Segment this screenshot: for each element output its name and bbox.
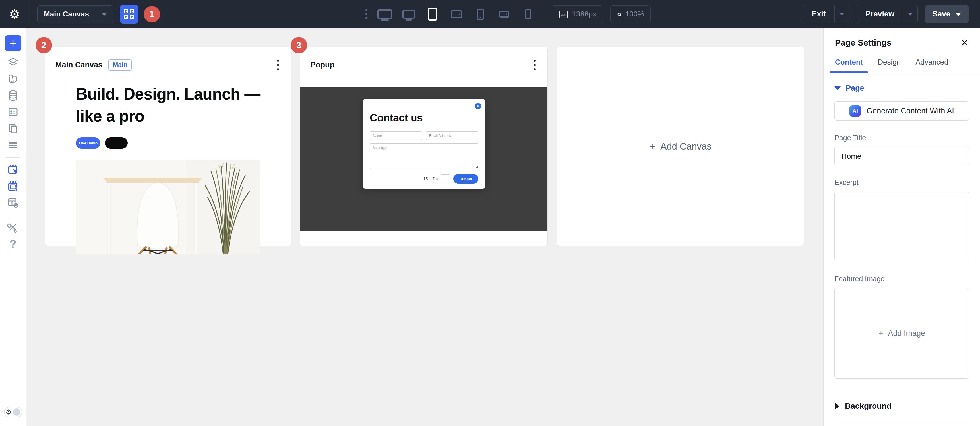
form-card-icon (7, 106, 19, 118)
add-canvas-label: Add Canvas (660, 141, 711, 152)
popup-builder-button[interactable] (5, 178, 21, 194)
tools-icon (7, 221, 19, 234)
message-field[interactable] (370, 143, 478, 169)
contact-modal: ✕ Contact us 15 + 7 = Submit (363, 99, 485, 189)
grid-icon (124, 9, 134, 19)
chevron-right-icon (835, 403, 839, 410)
canvas-workspace: 2 Main Canvas Main Build. Design. Launch… (26, 28, 823, 426)
secondary-dark-button[interactable] (105, 137, 128, 149)
pages-icon (7, 122, 19, 135)
device-tablet-landscape-button[interactable] (448, 5, 465, 24)
database-icon (7, 90, 19, 102)
builder-settings-button[interactable]: ⚙ (0, 0, 29, 28)
live-demo-button[interactable]: Live Demo (76, 137, 100, 149)
excerpt-textarea[interactable] (834, 192, 969, 261)
desktop-large-icon (377, 10, 392, 19)
zoom-control[interactable]: ⌕ 100% (610, 5, 651, 23)
canvas-options-menu-button[interactable] (532, 58, 537, 72)
page-title-label: Page Title (834, 134, 969, 142)
excerpt-label: Excerpt (834, 178, 969, 186)
canvas-width-control[interactable]: |↔| 1388px (552, 5, 603, 23)
page-settings-panel: Page Settings ✕ Content Design Advanced … (823, 28, 980, 426)
device-desktop-large-button[interactable] (377, 5, 393, 24)
header-cursor-icon (7, 164, 19, 176)
layout-gear-icon (7, 197, 19, 209)
panel-close-button[interactable]: ✕ (961, 38, 969, 48)
hero-heading: Build. Design. Launch — like a pro (76, 83, 264, 127)
zoom-value: 100% (625, 10, 644, 19)
chevron-down-icon (834, 86, 841, 91)
chevron-down-icon (839, 13, 844, 16)
pages-button[interactable] (5, 120, 21, 137)
chevron-down-icon (101, 13, 107, 16)
save-button[interactable]: Save (925, 5, 969, 23)
exit-dropdown-button[interactable] (834, 5, 849, 23)
page-section-toggle[interactable]: Page (834, 84, 969, 93)
add-canvas-card[interactable]: + Add Canvas (557, 47, 804, 246)
layers-button[interactable] (5, 54, 21, 71)
device-phone-landscape-button[interactable] (496, 5, 512, 24)
device-phone-portrait-button[interactable] (472, 5, 488, 24)
main-canvas-tag: Main (108, 59, 132, 70)
forms-button[interactable] (5, 104, 21, 120)
contact-modal-title: Contact us (370, 112, 478, 124)
plus-icon: + (649, 141, 655, 152)
plus-icon: + (10, 38, 16, 49)
exit-button[interactable]: Exit (803, 5, 834, 23)
preview-split-button: Preview (857, 5, 918, 23)
background-section-toggle[interactable]: Background (834, 391, 969, 421)
chevron-down-icon (908, 13, 913, 16)
captcha-answer-field[interactable] (441, 174, 450, 183)
device-desktop-button[interactable] (401, 5, 417, 24)
tools-button[interactable] (5, 219, 21, 236)
email-field[interactable] (426, 131, 478, 140)
design-library-button[interactable] (5, 71, 21, 87)
ai-button-label: Generate Content With AI (867, 106, 954, 116)
canvas-selector-dropdown[interactable]: Main Canvas (37, 5, 113, 23)
chevron-down-icon (956, 13, 961, 16)
gear-icon: ⚙ (9, 8, 20, 21)
width-arrows-icon: |↔| (558, 10, 568, 19)
tab-advanced[interactable]: Advanced (915, 58, 948, 73)
popup-canvas-card[interactable]: 3 Popup ✕ Contact us 15 + 7 = Submit (300, 47, 548, 246)
panel-title: Page Settings (835, 38, 891, 48)
featured-image-dropzone[interactable]: + Add Image (834, 288, 969, 378)
device-tablet-portrait-button[interactable] (424, 5, 441, 24)
canvas-selector-value: Main Canvas (44, 10, 89, 19)
breakpoint-options-icon[interactable] (366, 9, 368, 19)
left-icon-rail: + ? ⚙ (0, 28, 26, 426)
modal-close-button[interactable]: ✕ (475, 103, 481, 109)
device-phone-small-button[interactable] (520, 5, 536, 24)
plus-icon: + (878, 329, 884, 338)
popup-cursor-icon (7, 180, 19, 192)
background-section-label: Background (845, 402, 891, 411)
add-element-button[interactable]: + (5, 35, 21, 51)
editor-mode-toggle[interactable]: ⚙ (4, 407, 22, 418)
preview-button[interactable]: Preview (857, 5, 903, 23)
page-title-input[interactable] (834, 147, 969, 165)
save-button-label: Save (932, 10, 950, 19)
preview-dropdown-button[interactable] (903, 5, 918, 23)
phone-landscape-icon (499, 11, 509, 17)
header-builder-button[interactable] (5, 162, 21, 178)
main-canvas-card[interactable]: 2 Main Canvas Main Build. Design. Launch… (45, 47, 291, 246)
canvas-card-title: Popup (310, 60, 334, 69)
canvas-options-menu-button[interactable] (275, 58, 281, 72)
canvas-card-title: Main Canvas (56, 60, 102, 69)
help-button[interactable]: ? (5, 236, 21, 252)
submit-button[interactable]: Submit (453, 174, 478, 184)
tab-content[interactable]: Content (835, 58, 863, 73)
tutorial-step-badge-2: 2 (35, 37, 52, 54)
name-field[interactable] (370, 131, 422, 140)
generate-content-ai-button[interactable]: AI Generate Content With AI (834, 101, 969, 121)
structure-button[interactable] (5, 137, 21, 153)
hero-image (76, 160, 260, 254)
desktop-icon (402, 10, 415, 19)
question-mark-icon: ? (10, 238, 16, 251)
gear-icon: ⚙ (6, 409, 12, 415)
tab-design[interactable]: Design (878, 58, 900, 73)
template-settings-button[interactable] (5, 194, 21, 211)
layers-icon (7, 57, 19, 68)
canvas-grid-view-button[interactable] (120, 5, 138, 24)
dynamic-data-button[interactable] (5, 87, 21, 104)
